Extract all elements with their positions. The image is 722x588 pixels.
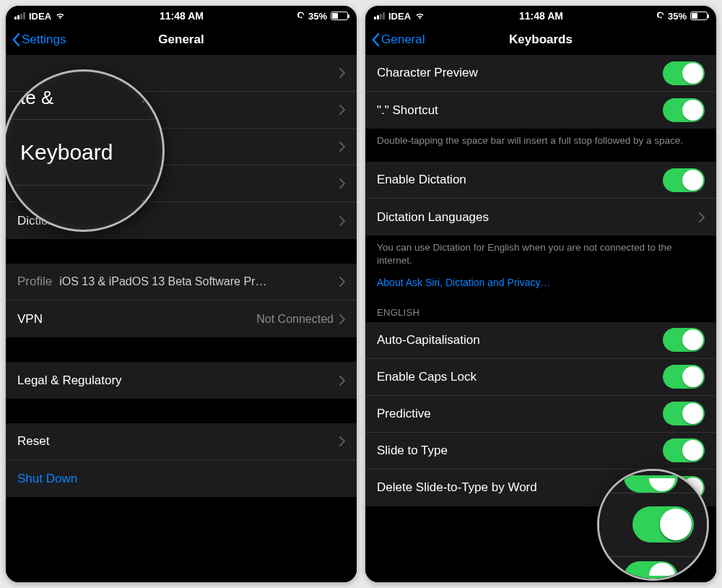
magnified-keyboard-label: Keyboard	[20, 140, 148, 165]
magnified-toggle-slide-to-type	[632, 506, 694, 542]
status-bar: IDEA 11:48 AM 35%	[6, 6, 357, 25]
chevron-left-icon	[12, 33, 20, 47]
row-dictation-languages[interactable]: Dictation Languages	[365, 199, 716, 235]
row-label: "." Shortcut	[377, 103, 663, 118]
row-label: Legal & Regulatory	[17, 373, 339, 388]
magnifier-slide-to-type-toggle	[597, 469, 709, 581]
carrier-label: IDEA	[388, 11, 411, 22]
phone-right-keyboards: IDEA 11:48 AM 35% General Keyboards Char…	[365, 6, 716, 582]
battery-percent-label: 35%	[668, 11, 687, 22]
toggle-enable-dictation[interactable]	[663, 168, 705, 192]
wifi-icon	[55, 12, 66, 20]
row-label: Predictive	[377, 407, 663, 421]
wifi-icon	[414, 12, 425, 20]
toggle-character-preview[interactable]	[663, 61, 705, 85]
chevron-right-icon	[339, 216, 345, 226]
row-dot-shortcut[interactable]: "." Shortcut	[365, 92, 716, 129]
row-vpn[interactable]: VPN Not Connected	[6, 301, 357, 337]
battery-percent-label: 35%	[308, 11, 327, 22]
chevron-right-icon	[339, 142, 345, 152]
signal-bars-icon	[14, 12, 25, 20]
chevron-right-icon	[339, 277, 345, 287]
chevron-right-icon	[339, 105, 345, 115]
page-title: General	[158, 33, 204, 47]
row-label: Reset	[17, 434, 339, 449]
carrier-label: IDEA	[29, 11, 51, 22]
back-button-settings[interactable]: Settings	[12, 33, 66, 47]
row-predictive[interactable]: Predictive	[365, 396, 716, 433]
orientation-lock-icon	[297, 12, 305, 21]
clock-label: 11:48 AM	[519, 10, 563, 22]
row-enable-dictation[interactable]: Enable Dictation	[365, 162, 716, 199]
row-label: Enable Caps Lock	[377, 370, 663, 384]
vpn-value: Not Connected	[256, 313, 334, 326]
chevron-right-icon	[339, 314, 345, 324]
toggle-enable-caps-lock[interactable]	[663, 365, 705, 389]
battery-icon	[690, 12, 708, 20]
chevron-right-icon	[339, 436, 345, 446]
row-label: Character Preview	[377, 66, 663, 80]
magnified-partial-toggle-bot	[624, 561, 678, 579]
nav-bar: Settings General	[6, 25, 357, 55]
row-legal[interactable]: Legal & Regulatory	[6, 362, 357, 399]
magnified-partial-top: te &	[20, 87, 142, 109]
row-label: Enable Dictation	[377, 173, 663, 187]
row-label: Shut Down	[17, 472, 345, 486]
back-label: General	[381, 33, 425, 47]
siri-privacy-link[interactable]: About Ask Siri, Dictation and Privacy…	[365, 275, 716, 297]
toggle-predictive[interactable]	[663, 402, 705, 425]
row-label: Profile	[17, 274, 52, 289]
row-enable-caps-lock[interactable]: Enable Caps Lock	[365, 359, 716, 396]
chevron-right-icon	[339, 376, 345, 386]
magnifier-keyboard: te & Keyboard	[6, 69, 165, 232]
chevron-right-icon	[339, 178, 345, 189]
profile-value: iOS 13 & iPadOS 13 Beta Software Pr…	[59, 275, 334, 288]
orientation-lock-icon	[657, 12, 664, 21]
phone-left-general: IDEA 11:48 AM 35% Settings General	[6, 6, 357, 582]
nav-bar: General Keyboards	[365, 25, 716, 55]
row-shut-down[interactable]: Shut Down	[6, 460, 357, 497]
row-character-preview[interactable]: Character Preview	[365, 55, 716, 92]
row-reset[interactable]: Reset	[6, 423, 357, 460]
chevron-right-icon	[699, 212, 705, 222]
row-label: Dictation Languages	[377, 210, 699, 225]
chevron-right-icon	[339, 68, 345, 78]
row-profile[interactable]: Profile iOS 13 & iPadOS 13 Beta Software…	[6, 264, 357, 301]
toggle-auto-capitalisation[interactable]	[663, 328, 705, 352]
status-bar: IDEA 11:48 AM 35%	[365, 6, 716, 25]
battery-icon	[331, 12, 348, 20]
row-label: Auto-Capitalisation	[377, 333, 663, 347]
magnified-partial-toggle-top	[624, 475, 678, 493]
clock-label: 11:48 AM	[160, 10, 204, 22]
page-title: Keyboards	[509, 33, 573, 47]
toggle-dot-shortcut[interactable]	[663, 98, 705, 122]
row-slide-to-type[interactable]: Slide to Type	[365, 433, 716, 470]
toggle-slide-to-type[interactable]	[663, 438, 705, 462]
signal-bars-icon	[374, 12, 385, 20]
dictation-footer-note: You can use Dictation for English when y…	[365, 235, 716, 274]
row-label: Slide to Type	[377, 444, 663, 458]
section-header-english: ENGLISH	[365, 297, 716, 322]
back-label: Settings	[22, 33, 66, 47]
shortcut-footer-note: Double-tapping the space bar will insert…	[365, 129, 716, 155]
back-button-general[interactable]: General	[371, 33, 425, 47]
row-auto-capitalisation[interactable]: Auto-Capitalisation	[365, 322, 716, 359]
chevron-left-icon	[371, 33, 380, 47]
row-label: VPN	[17, 312, 256, 327]
